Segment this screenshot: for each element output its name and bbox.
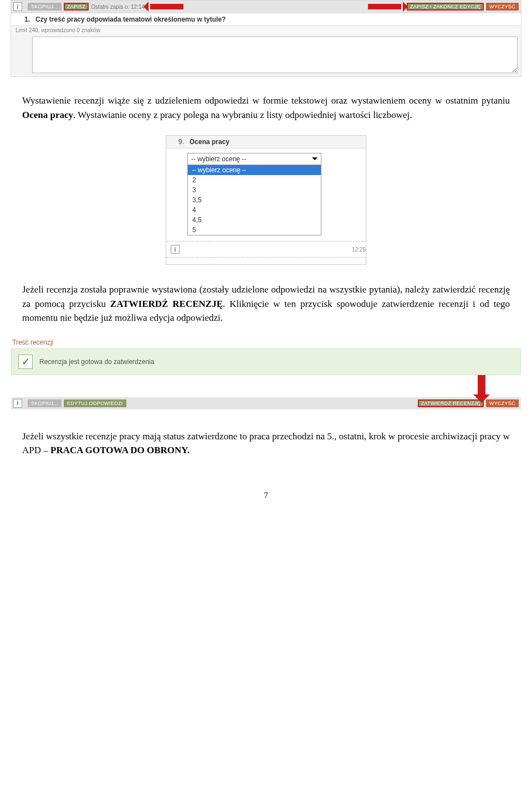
page-number: 7 xyxy=(0,491,532,500)
info-icon: i xyxy=(171,245,180,254)
last-save-label: Ostatni zapis o: 12:14 xyxy=(91,4,145,10)
check-icon: ✓ xyxy=(18,355,33,369)
clear-button[interactable]: WYCZYŚĆ xyxy=(486,3,519,11)
arrow-down-icon xyxy=(478,375,485,395)
body-paragraph: Jeżeli wszystkie recenzje pracy mają sta… xyxy=(22,429,510,458)
question-text: Czy treść pracy odpowiada tematowi okreś… xyxy=(35,16,226,23)
time-note-row: i 12:25 xyxy=(171,245,366,254)
grade-option[interactable]: 3,5 xyxy=(188,195,321,205)
grade-option[interactable]: 3 xyxy=(188,185,321,195)
copy-button[interactable]: SKOPIUJ... xyxy=(28,399,62,407)
status-banner: ✓ Recenzja jest gotowa do zatwierdzenia xyxy=(11,348,521,375)
edit-answers-button[interactable]: EDYTUJ ODPOWIEDZI xyxy=(64,399,126,407)
copy-button[interactable]: SKOPIUJ... xyxy=(28,3,62,11)
info-icon: i xyxy=(13,2,22,11)
grade-number: 9. xyxy=(171,138,190,146)
grade-select-value: -- wybierz ocenę -- xyxy=(191,155,246,163)
save-button[interactable]: ZAPISZ xyxy=(64,3,89,11)
grade-select-list: – wybierz ocenę – 2 3 3,5 4 4,5 5 xyxy=(188,165,321,235)
status-toolbar: i SKOPIUJ... EDYTUJ ODPOWIEDZI ZATWIERDŹ… xyxy=(11,397,521,409)
divider xyxy=(166,257,366,258)
grade-option[interactable]: 4,5 xyxy=(188,215,321,225)
screenshot-grade-select: 9. Ocena pracy -- wybierz ocenę -- – wyb… xyxy=(166,135,366,265)
grade-option-placeholder[interactable]: – wybierz ocenę – xyxy=(188,165,321,175)
answer-textarea[interactable] xyxy=(32,37,518,73)
grade-select-display[interactable]: -- wybierz ocenę -- xyxy=(188,153,321,165)
question-number: 1. xyxy=(16,16,35,23)
char-limit-label: Limit 240, wprowadzono 0 znaków xyxy=(11,26,521,34)
status-text: Recenzja jest gotowa do zatwierdzenia xyxy=(39,358,154,366)
editor-toolbar: i SKOPIUJ... ZAPISZ Ostatni zapis o: 12:… xyxy=(11,1,521,13)
info-icon: i xyxy=(13,399,22,408)
arrow-left-icon xyxy=(150,4,183,9)
grade-option[interactable]: 2 xyxy=(188,175,321,185)
screenshot-review-status: Treść recenzji ✓ Recenzja jest gotowa do… xyxy=(11,339,521,409)
grade-title: Ocena pracy xyxy=(190,138,229,146)
time-note: 12:25 xyxy=(352,247,366,253)
section-title: Treść recenzji xyxy=(12,339,520,346)
grade-option[interactable]: 4 xyxy=(188,205,321,215)
clear-button[interactable]: WYCZYŚĆ xyxy=(486,399,519,407)
divider xyxy=(166,241,366,242)
arrow-right-icon xyxy=(368,4,401,9)
grade-option[interactable]: 5 xyxy=(188,225,321,235)
body-paragraph: Jeżeli recenzja została poprawnie wystaw… xyxy=(22,283,510,325)
save-finish-button[interactable]: ZAPISZ I ZAKOŃCZ EDYCJĘ xyxy=(407,3,484,11)
chevron-down-icon xyxy=(312,157,318,163)
screenshot-review-editor: i SKOPIUJ... ZAPISZ Ostatni zapis o: 12:… xyxy=(11,0,521,77)
grade-header: 9. Ocena pracy xyxy=(166,136,366,148)
grade-select[interactable]: -- wybierz ocenę -- – wybierz ocenę – 2 … xyxy=(187,153,321,235)
question-row: 1. Czy treść pracy odpowiada tematowi ok… xyxy=(11,13,521,26)
body-paragraph: Wystawienie recenzji wiąże się z udziele… xyxy=(22,94,510,122)
